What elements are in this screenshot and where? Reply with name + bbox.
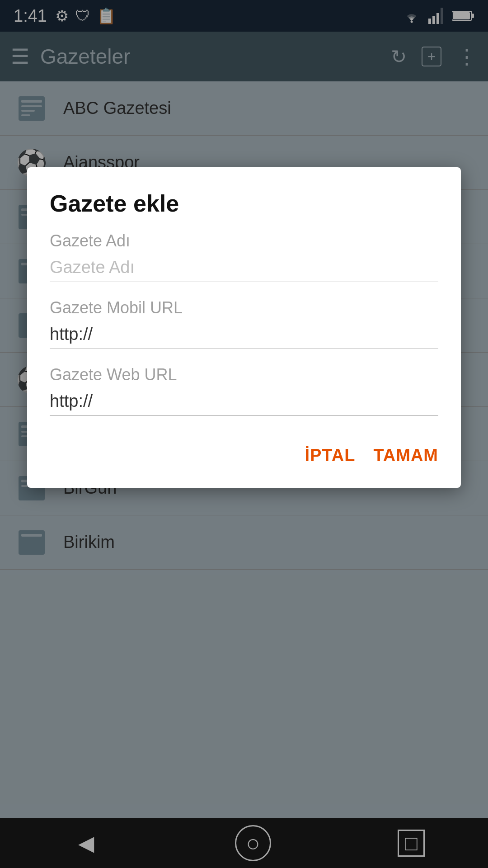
- confirm-button[interactable]: TAMAM: [373, 441, 438, 470]
- cancel-button[interactable]: İPTAL: [305, 441, 355, 470]
- dialog-actions: İPTAL TAMAM: [50, 441, 438, 470]
- newspaper-name-input[interactable]: [50, 254, 438, 282]
- mobile-url-input[interactable]: [50, 321, 438, 349]
- web-url-label: Gazete Web URL: [50, 365, 438, 384]
- dialog-title: Gazete ekle: [50, 190, 438, 217]
- name-label: Gazete Adı: [50, 231, 438, 250]
- mobile-url-label: Gazete Mobil URL: [50, 298, 438, 317]
- web-url-input[interactable]: [50, 388, 438, 416]
- add-newspaper-dialog: Gazete ekle Gazete Adı Gazete Mobil URL …: [27, 167, 461, 488]
